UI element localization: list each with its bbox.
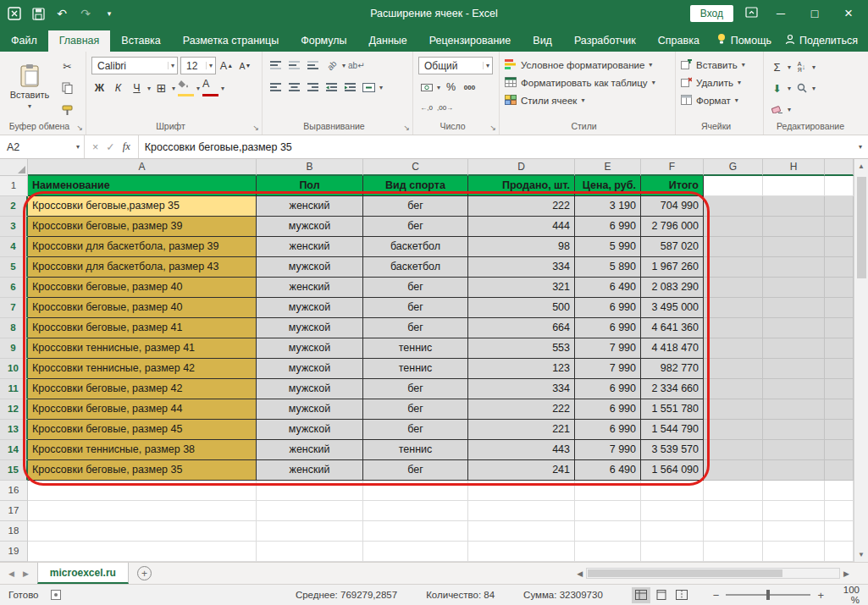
- cell-B13[interactable]: мужской: [257, 420, 363, 440]
- cell-H10[interactable]: [763, 359, 825, 379]
- autosum-dropdown-icon[interactable]: ▾: [788, 63, 791, 71]
- cell-D8[interactable]: 664: [468, 318, 575, 338]
- row-header-2[interactable]: 2: [0, 196, 28, 217]
- cell-C4[interactable]: баскетбол: [363, 237, 468, 257]
- cell-E19[interactable]: [575, 542, 641, 562]
- status-sum[interactable]: Сумма: 32309730: [523, 590, 603, 600]
- format-cells-button[interactable]: Формат▾: [681, 91, 760, 109]
- cut-icon[interactable]: ✂: [59, 58, 75, 74]
- cell-E11[interactable]: 6 990: [575, 379, 641, 399]
- cell-A11[interactable]: Кроссовки беговые, размер 42: [28, 379, 257, 399]
- cell-G9[interactable]: [704, 338, 763, 359]
- decrease-decimal-icon[interactable]: ,00→: [437, 99, 453, 116]
- merge-center-icon[interactable]: [361, 79, 377, 96]
- cell-C8[interactable]: бег: [363, 318, 468, 338]
- clear-icon[interactable]: [769, 101, 785, 118]
- cell-D7[interactable]: 500: [468, 298, 575, 318]
- cell-B6[interactable]: женский: [257, 278, 363, 298]
- cell-x14[interactable]: [825, 440, 854, 460]
- column-header-E[interactable]: E: [575, 159, 641, 176]
- cell-A16[interactable]: [28, 481, 257, 501]
- scroll-down-icon[interactable]: ▼: [858, 547, 865, 562]
- cell-G4[interactable]: [704, 237, 763, 257]
- cell-F3[interactable]: 2 796 000: [641, 217, 704, 237]
- cell-B1[interactable]: Пол: [257, 176, 363, 196]
- share-button[interactable]: Поделиться: [785, 34, 858, 47]
- tab-Разметка страницы[interactable]: Разметка страницы: [172, 30, 290, 52]
- cell-H11[interactable]: [763, 379, 825, 399]
- cell-B9[interactable]: мужской: [257, 338, 363, 359]
- cell-E1[interactable]: Цена, руб.: [575, 176, 641, 196]
- cell-A19[interactable]: [28, 542, 257, 562]
- row-header-9[interactable]: 9: [0, 338, 28, 359]
- cell-G3[interactable]: [704, 217, 763, 237]
- cell-F16[interactable]: [641, 481, 704, 501]
- cell-A4[interactable]: Кроссовки для баскетбола, размер 39: [28, 237, 257, 257]
- cell-F4[interactable]: 587 020: [641, 237, 704, 257]
- cell-C1[interactable]: Вид спорта: [363, 176, 468, 196]
- cell-D14[interactable]: 443: [468, 440, 575, 460]
- number-dialog-launcher-icon[interactable]: ↘: [489, 124, 496, 132]
- cell-E6[interactable]: 6 490: [575, 278, 641, 298]
- increase-indent-icon[interactable]: [342, 79, 358, 96]
- font-color-icon[interactable]: А: [202, 80, 218, 96]
- cell-D16[interactable]: [468, 481, 575, 501]
- formula-input[interactable]: Кроссовки беговые,размер 35: [139, 135, 853, 158]
- borders-dropdown-icon[interactable]: ▾: [172, 85, 175, 92]
- cell-B10[interactable]: мужской: [257, 359, 363, 379]
- row-header-17[interactable]: 17: [0, 501, 28, 521]
- sort-filter-dropdown-icon[interactable]: ▾: [812, 63, 815, 71]
- cell-E16[interactable]: [575, 481, 641, 501]
- cell-E10[interactable]: 7 990: [575, 359, 641, 379]
- cell-B19[interactable]: [257, 542, 363, 562]
- row-header-14[interactable]: 14: [0, 440, 28, 460]
- cell-C3[interactable]: бег: [363, 217, 468, 237]
- zoom-in-icon[interactable]: +: [817, 589, 824, 602]
- borders-icon[interactable]: ⊞: [153, 80, 169, 96]
- cell-E14[interactable]: 7 990: [575, 440, 641, 460]
- cell-H5[interactable]: [763, 257, 825, 278]
- sign-in-button[interactable]: Вход: [690, 5, 733, 22]
- cell-H4[interactable]: [763, 237, 825, 257]
- new-sheet-button[interactable]: +: [137, 566, 152, 580]
- cell-styles-button[interactable]: Стили ячеек▾: [505, 91, 672, 109]
- cell-G14[interactable]: [704, 440, 763, 460]
- cell-G16[interactable]: [704, 481, 763, 501]
- cell-G8[interactable]: [704, 318, 763, 338]
- tab-Справка[interactable]: Справка: [647, 30, 710, 52]
- row-header-13[interactable]: 13: [0, 420, 28, 440]
- column-header-A[interactable]: A: [28, 159, 257, 176]
- cell-C15[interactable]: бег: [363, 460, 468, 481]
- cell-A3[interactable]: Кроссовки беговые, размер 39: [28, 217, 257, 237]
- cell-H14[interactable]: [763, 440, 825, 460]
- row-header-4[interactable]: 4: [0, 237, 28, 257]
- cell-E5[interactable]: 5 890: [575, 257, 641, 278]
- font-color-dropdown-icon[interactable]: ▾: [221, 85, 224, 92]
- scroll-left-icon[interactable]: ◀: [577, 569, 583, 578]
- cell-D12[interactable]: 222: [468, 399, 575, 420]
- cell-G2[interactable]: [704, 196, 763, 217]
- cell-A17[interactable]: [28, 501, 257, 521]
- cell-D1[interactable]: Продано, шт.: [468, 176, 575, 196]
- cell-H13[interactable]: [763, 420, 825, 440]
- qat-customize-icon[interactable]: ▾: [102, 6, 117, 21]
- cell-x7[interactable]: [825, 298, 854, 318]
- row-header-19[interactable]: 19: [0, 542, 28, 562]
- row-header-11[interactable]: 11: [0, 379, 28, 399]
- comma-style-icon[interactable]: 000: [462, 79, 478, 96]
- ribbon-display-options-icon[interactable]: [745, 6, 758, 21]
- align-top-icon[interactable]: [268, 57, 284, 74]
- cell-F15[interactable]: 1 564 090: [641, 460, 704, 481]
- cell-F19[interactable]: [641, 542, 704, 562]
- cell-H3[interactable]: [763, 217, 825, 237]
- cell-H6[interactable]: [763, 278, 825, 298]
- cell-D19[interactable]: [468, 542, 575, 562]
- merge-dropdown-icon[interactable]: ▾: [379, 84, 383, 91]
- cell-H8[interactable]: [763, 318, 825, 338]
- cell-H7[interactable]: [763, 298, 825, 318]
- cancel-entry-icon[interactable]: ×: [92, 141, 98, 153]
- undo-icon[interactable]: ↶: [54, 6, 69, 21]
- align-bottom-icon[interactable]: [305, 57, 321, 74]
- cell-H19[interactable]: [763, 542, 825, 562]
- cell-B8[interactable]: мужской: [257, 318, 363, 338]
